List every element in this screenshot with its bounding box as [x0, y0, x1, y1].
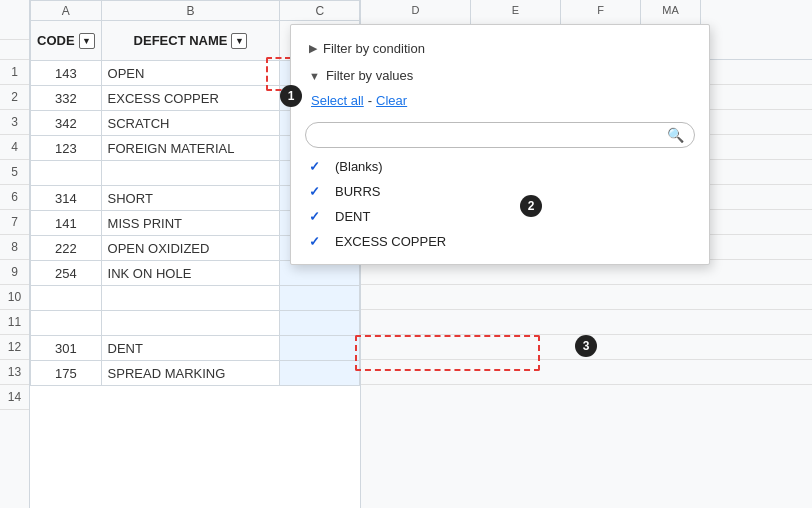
cell-3-b: EXCESS COPPER	[101, 86, 280, 111]
right-row-14	[361, 360, 812, 385]
search-icon: 🔍	[667, 127, 684, 143]
select-all-button[interactable]: Select all	[309, 93, 366, 108]
separator: -	[368, 93, 372, 108]
cell-2-b: OPEN	[101, 61, 280, 86]
cell-13-a: 301	[31, 336, 102, 361]
badge-2-label: 2	[528, 199, 535, 213]
row-num-9: 9	[0, 260, 29, 285]
cell-9-a: 222	[31, 236, 102, 261]
blanks-check-icon: ✓	[309, 159, 329, 174]
search-box[interactable]: 🔍	[305, 122, 695, 148]
badge-3-label: 3	[583, 339, 590, 353]
right-letter-e: E	[471, 0, 561, 20]
row-num-8: 8	[0, 235, 29, 260]
filter-item-burrs[interactable]: ✓ BURRS	[291, 179, 709, 204]
code-label: CODE	[37, 33, 75, 48]
row-num-header	[0, 0, 29, 40]
burrs-label: BURRS	[335, 184, 381, 199]
row-num-2: 2	[0, 85, 29, 110]
right-letter-d: D	[361, 0, 471, 20]
cell-7-b: SHORT	[101, 186, 280, 211]
row-num-11: 11	[0, 310, 29, 335]
filter-item-blanks[interactable]: ✓ (Blanks)	[291, 154, 709, 179]
cell-11-b	[101, 286, 280, 311]
table-row	[31, 311, 360, 336]
col-letter-a: A	[31, 1, 102, 21]
search-input[interactable]	[316, 128, 667, 143]
blanks-label: (Blanks)	[335, 159, 383, 174]
row-num-14: 14	[0, 385, 29, 410]
cell-9-b: OPEN OXIDIZED	[101, 236, 280, 261]
row-num-10: 10	[0, 285, 29, 310]
col-letter-b: B	[101, 1, 280, 21]
burrs-check-icon: ✓	[309, 184, 329, 199]
cell-2-a: 143	[31, 61, 102, 86]
cell-11-a	[31, 286, 102, 311]
row-num-12: 12	[0, 335, 29, 360]
excess-copper-check-icon: ✓	[309, 234, 329, 249]
badge-2: 2	[520, 195, 542, 217]
cell-10-a: 254	[31, 261, 102, 286]
select-clear-row: Select all - Clear	[291, 89, 709, 116]
cell-6-b	[101, 161, 280, 186]
right-letter-f: F	[561, 0, 641, 20]
badge-1-label: 1	[288, 89, 295, 103]
right-row-11	[361, 285, 812, 310]
right-letter-ma: MA	[641, 0, 701, 20]
col-header-defect-name: DEFECT NAME ▼	[101, 21, 280, 61]
cell-8-a: 141	[31, 211, 102, 236]
filter-dropdown-panel: ▶ Filter by condition ▼ Filter by values…	[290, 24, 710, 265]
cell-10-b: INK ON HOLE	[101, 261, 280, 286]
filter-by-condition-row[interactable]: ▶ Filter by condition	[291, 35, 709, 62]
cell-14-a: 175	[31, 361, 102, 386]
cell-3-a: 332	[31, 86, 102, 111]
cell-14-c	[280, 361, 360, 386]
filter-item-excess-copper[interactable]: ✓ EXCESS COPPER	[291, 229, 709, 254]
cell-13-c	[280, 336, 360, 361]
col-header-code: CODE ▼	[31, 21, 102, 61]
cell-11-c	[280, 286, 360, 311]
filter-by-condition-label: Filter by condition	[323, 41, 425, 56]
cell-4-b: SCRATCH	[101, 111, 280, 136]
dent-label: DENT	[335, 209, 370, 224]
right-letter-row: D E F MA	[361, 0, 812, 20]
search-row: 🔍	[291, 116, 709, 154]
badge-1: 1	[280, 85, 302, 107]
row-num-3: 3	[0, 110, 29, 135]
defect-name-filter-icon[interactable]: ▼	[231, 33, 247, 49]
dent-check-icon: ✓	[309, 209, 329, 224]
filter-items-list: ✓ (Blanks) ✓ BURRS ✓ DENT ✓ EXCESS COPPE…	[291, 154, 709, 254]
row-num-4: 4	[0, 135, 29, 160]
cell-6-a	[31, 161, 102, 186]
badge-3: 3	[575, 335, 597, 357]
filter-item-dent[interactable]: ✓ DENT	[291, 204, 709, 229]
cell-12-b	[101, 311, 280, 336]
condition-arrow-icon: ▶	[309, 42, 317, 55]
cell-4-a: 342	[31, 111, 102, 136]
row-num-0	[0, 40, 29, 60]
table-row: 175 SPREAD MARKING	[31, 361, 360, 386]
filter-by-values-row[interactable]: ▼ Filter by values	[291, 62, 709, 89]
right-row-12	[361, 310, 812, 335]
col-letter-c: C	[280, 1, 360, 21]
values-arrow-icon: ▼	[309, 70, 320, 82]
cell-12-a	[31, 311, 102, 336]
row-num-5: 5	[0, 160, 29, 185]
clear-button[interactable]: Clear	[374, 93, 409, 108]
row-num-7: 7	[0, 210, 29, 235]
table-row	[31, 286, 360, 311]
defect-name-label: DEFECT NAME	[134, 33, 228, 48]
row-num-6: 6	[0, 185, 29, 210]
table-row: 301 DENT	[31, 336, 360, 361]
row-num-1: 1	[0, 60, 29, 85]
row-num-13: 13	[0, 360, 29, 385]
excess-copper-label: EXCESS COPPER	[335, 234, 446, 249]
filter-by-values-label: Filter by values	[326, 68, 413, 83]
cell-12-c	[280, 311, 360, 336]
cell-7-a: 314	[31, 186, 102, 211]
code-filter-icon[interactable]: ▼	[79, 33, 95, 49]
row-numbers: 1 2 3 4 5 6 7 8 9 10 11 12 13 14	[0, 0, 30, 508]
cell-5-b: FOREIGN MATERIAL	[101, 136, 280, 161]
cell-13-b: DENT	[101, 336, 280, 361]
cell-14-b: SPREAD MARKING	[101, 361, 280, 386]
